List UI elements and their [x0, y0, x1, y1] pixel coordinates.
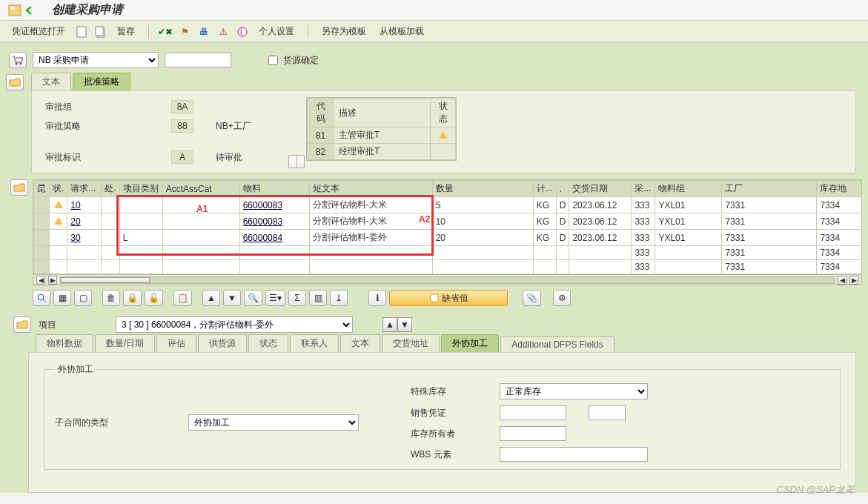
- find-icon[interactable]: 🔍: [244, 290, 262, 306]
- special-stock-dropdown[interactable]: 正常库存: [500, 383, 648, 399]
- delete-icon[interactable]: 🗑: [102, 290, 120, 306]
- menu-icon[interactable]: [7, 3, 22, 18]
- cart-icon[interactable]: [9, 52, 27, 68]
- header-collapse-icon[interactable]: [6, 74, 24, 90]
- scroll-right-end-icon[interactable]: ▶: [849, 276, 858, 285]
- sum-icon[interactable]: Σ: [288, 290, 306, 306]
- check-icon[interactable]: ✔✖: [158, 24, 173, 39]
- req-number-input[interactable]: [165, 53, 231, 67]
- col-qty[interactable]: 数量: [432, 181, 533, 197]
- col-status[interactable]: 状.: [50, 181, 67, 197]
- wbs-input[interactable]: [500, 447, 648, 462]
- col-select[interactable]: 昆: [34, 181, 50, 197]
- col-shorttext[interactable]: 短文本: [309, 181, 432, 197]
- col-matgroup[interactable]: 物料组: [655, 181, 722, 197]
- scroll-thumb[interactable]: [61, 277, 150, 283]
- table-row[interactable]: 20 66000083 分割评估物料-大米10KG D2023.06.12333…: [34, 213, 863, 230]
- material-link[interactable]: 66000083: [243, 216, 282, 227]
- col-pgroup[interactable]: 采...: [632, 181, 655, 197]
- material-link[interactable]: 66000084: [243, 233, 282, 243]
- park-icon[interactable]: ⚑: [177, 24, 192, 39]
- defaults-button[interactable]: 缺省值: [389, 290, 508, 306]
- table-row[interactable]: 33373317334: [34, 246, 863, 260]
- copy-icon[interactable]: 📋: [173, 290, 192, 306]
- tab-qty-date[interactable]: 数量/日期: [95, 334, 155, 352]
- help-icon[interactable]: i: [235, 24, 250, 39]
- material-link[interactable]: 66000083: [243, 200, 282, 210]
- col-req[interactable]: 请求...: [67, 181, 102, 197]
- source-determination-checkbox[interactable]: 货源确定: [265, 53, 319, 67]
- table-row[interactable]: 33373317334: [34, 260, 863, 274]
- scroll-left-end-icon[interactable]: ◀: [838, 276, 847, 285]
- tab-release-strategy[interactable]: 批准策略: [73, 73, 130, 90]
- tab-text[interactable]: 文本: [31, 73, 71, 90]
- status-info-icon[interactable]: ℹ: [368, 290, 386, 306]
- col-unit[interactable]: 计...: [533, 181, 556, 197]
- table-row[interactable]: 30 L 66000084 分割评估物料-委外20KG D2023.06.123…: [34, 230, 863, 246]
- item-dropdown[interactable]: 3 [ 30 ] 66000084，分割评估物料-委外: [116, 316, 353, 333]
- scroll-right-icon[interactable]: ▶: [48, 276, 57, 285]
- print-icon[interactable]: 🖶: [196, 24, 211, 39]
- item-collapse-icon[interactable]: [13, 316, 31, 333]
- release-code-row[interactable]: 81 主管审批T: [308, 127, 456, 144]
- tab-texts[interactable]: 文本: [340, 334, 380, 352]
- lock-icon[interactable]: 🔒: [123, 290, 142, 306]
- services-icon[interactable]: ⚙: [553, 290, 571, 306]
- sales-doc-input1[interactable]: [500, 405, 566, 420]
- tab-material-data[interactable]: 物料数据: [36, 334, 93, 352]
- messages-icon[interactable]: ⚠: [216, 24, 231, 39]
- layout-toggle-icon[interactable]: [288, 155, 305, 168]
- deselect-all-icon[interactable]: ▢: [74, 290, 92, 306]
- unlock-icon[interactable]: 🔓: [145, 290, 163, 306]
- tab-source[interactable]: 供货源: [198, 334, 247, 352]
- doc-type-dropdown[interactable]: NB 采购申请: [33, 52, 159, 68]
- item-link[interactable]: 10: [70, 200, 80, 210]
- voucher-preview-button[interactable]: 凭证概览打开: [7, 24, 70, 39]
- select-all-icon[interactable]: ▦: [53, 290, 71, 306]
- item-prev-icon[interactable]: ▲: [382, 317, 397, 332]
- back-icon[interactable]: [22, 3, 37, 18]
- svg-point-5: [238, 27, 247, 36]
- tab-contact[interactable]: 联系人: [290, 334, 339, 352]
- save-as-template-button[interactable]: 另存为模板: [317, 24, 371, 39]
- col-plant[interactable]: 工厂: [722, 181, 817, 197]
- tab-dfps[interactable]: Additional DFPS Fields: [500, 336, 614, 352]
- col-stloc[interactable]: 库存地: [817, 181, 862, 197]
- col-proc[interactable]: 处.: [102, 181, 119, 197]
- new-doc-icon[interactable]: [74, 24, 89, 39]
- item-link[interactable]: 30: [70, 233, 80, 243]
- col-acct[interactable]: AcctAssCat: [162, 181, 239, 197]
- tab-delivery-addr[interactable]: 交货地址: [382, 334, 440, 352]
- source-determination-input[interactable]: [268, 56, 278, 65]
- contract-type-dropdown[interactable]: 外协加工: [188, 414, 359, 431]
- tab-subcontracting[interactable]: 外协加工: [441, 334, 499, 352]
- filter-icon[interactable]: ☰▾: [265, 290, 285, 306]
- col-itemcat[interactable]: 项目类别: [119, 181, 162, 197]
- items-collapse-icon[interactable]: [10, 179, 28, 196]
- tab-valuation[interactable]: 评估: [156, 334, 196, 352]
- layout-icon[interactable]: ▥: [309, 290, 327, 306]
- detail-icon[interactable]: [33, 290, 50, 306]
- table-row[interactable]: 10 66000083 分割评估物料-大米5KG D2023.06.12333 …: [34, 197, 863, 213]
- attachments-icon[interactable]: 📎: [523, 290, 541, 306]
- item-next-icon[interactable]: ▼: [397, 317, 412, 332]
- copy-doc-icon[interactable]: [93, 24, 108, 39]
- item-link[interactable]: 20: [70, 216, 80, 227]
- col-material[interactable]: 物料: [239, 181, 309, 197]
- sort-asc-icon[interactable]: ▲: [202, 290, 220, 306]
- page-title: 创建采购申请: [52, 2, 123, 18]
- load-from-template-button[interactable]: 从模板加载: [375, 24, 428, 39]
- svg-point-9: [38, 294, 44, 300]
- export-icon[interactable]: ⤓: [330, 290, 348, 306]
- release-code-row[interactable]: 82 经理审批T: [308, 144, 456, 160]
- col-i[interactable]: .: [556, 181, 569, 197]
- hold-button[interactable]: 暂存: [113, 24, 139, 39]
- sales-doc-input2[interactable]: [589, 405, 626, 420]
- col-delivdate[interactable]: 交货日期: [569, 181, 632, 197]
- grid-hscroll[interactable]: ◀ ▶ ◀ ▶: [33, 274, 861, 285]
- tab-status[interactable]: 状态: [248, 334, 288, 352]
- personal-settings-button[interactable]: 个人设置: [254, 24, 299, 39]
- stock-owner-input[interactable]: [500, 426, 566, 441]
- scroll-left-icon[interactable]: ◀: [36, 276, 45, 285]
- sort-desc-icon[interactable]: ▼: [223, 290, 241, 306]
